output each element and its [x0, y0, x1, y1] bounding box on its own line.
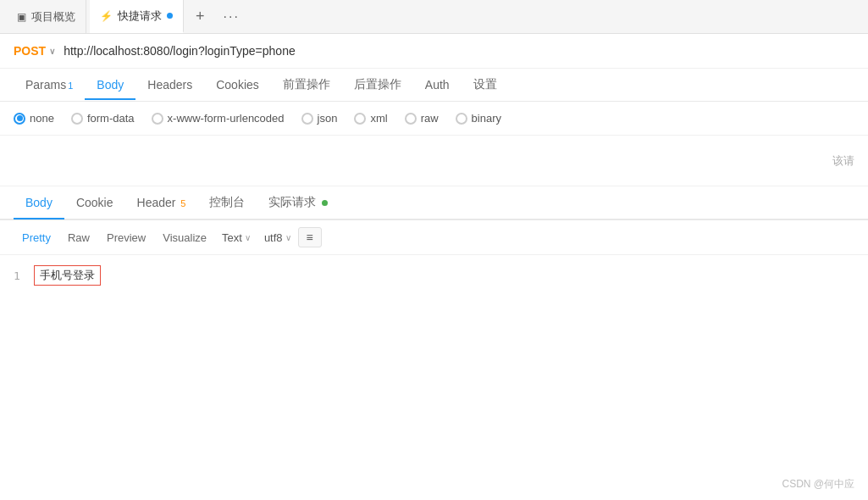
tab-pre-action[interactable]: 前置操作 — [271, 69, 342, 101]
tab-project-label: 项目概览 — [31, 9, 75, 25]
body-type-options: none form-data x-www-form-urlencoded jso… — [0, 102, 868, 136]
radio-xml[interactable]: xml — [354, 112, 387, 125]
resp-tab-actual-request[interactable]: 实际请求 — [257, 186, 340, 219]
text-format-arrow-icon: ∨ — [245, 233, 251, 242]
radio-xml-label: xml — [370, 112, 387, 125]
tab-more-button[interactable]: ··· — [217, 0, 246, 33]
radio-json-circle — [301, 113, 313, 125]
url-input[interactable] — [64, 44, 854, 58]
tab-add-button[interactable]: + — [187, 0, 213, 33]
radio-binary-circle — [456, 113, 467, 125]
encoding-select[interactable]: utf8 ∨ — [257, 228, 298, 247]
radio-json-label: json — [318, 112, 338, 125]
resp-header-badge: 5 — [180, 198, 185, 208]
empty-hint-text: 该请 — [832, 153, 854, 169]
tab-params[interactable]: Params1 — [14, 69, 85, 100]
wrap-button[interactable]: ≡ — [298, 227, 322, 247]
wrap-icon: ≡ — [306, 231, 312, 244]
quick-request-icon: ⚡ — [100, 10, 113, 22]
subtab-visualize[interactable]: Visualize — [154, 228, 215, 247]
radio-xml-circle — [354, 113, 366, 125]
response-nav-tabs: Body Cookie Header 5 控制台 实际请求 — [0, 186, 868, 220]
radio-none-label: none — [30, 112, 54, 125]
radio-raw-circle — [405, 113, 417, 125]
response-section: Body Cookie Header 5 控制台 实际请求 Pretty Raw… — [0, 186, 868, 306]
tab-quick-label: 快捷请求 — [118, 8, 162, 24]
radio-form-data[interactable]: form-data — [71, 112, 135, 125]
tab-post-action[interactable]: 后置操作 — [342, 69, 413, 101]
radio-urlencoded-circle — [152, 113, 163, 125]
radio-none[interactable]: none — [14, 112, 54, 125]
text-format-label: Text — [222, 231, 242, 244]
resp-tab-console[interactable]: 控制台 — [197, 186, 257, 219]
radio-binary-label: binary — [472, 112, 501, 125]
tab-bar: ▣ 项目概览 ⚡ 快捷请求 + ··· — [0, 0, 868, 34]
tab-active-dot — [167, 13, 173, 19]
line-number: 1 — [14, 269, 20, 282]
radio-raw-label: raw — [421, 112, 439, 125]
response-subtabs: Pretty Raw Preview Visualize Text ∨ utf8… — [0, 220, 868, 255]
method-label: POST — [14, 44, 46, 58]
method-arrow-icon: ∨ — [49, 47, 55, 56]
tab-settings[interactable]: 设置 — [462, 69, 509, 101]
encoding-arrow-icon: ∨ — [285, 233, 291, 242]
resp-tab-body[interactable]: Body — [14, 187, 64, 218]
text-format-select[interactable]: Text ∨ — [215, 228, 257, 247]
tab-body[interactable]: Body — [85, 69, 135, 100]
method-selector[interactable]: POST ∨ — [14, 44, 55, 58]
radio-form-data-label: form-data — [87, 112, 135, 125]
resp-tab-cookie[interactable]: Cookie — [64, 187, 125, 218]
subtab-preview[interactable]: Preview — [98, 228, 154, 247]
tab-headers[interactable]: Headers — [135, 69, 204, 100]
resp-dot-indicator — [322, 200, 328, 206]
request-nav-tabs: Params1 Body Headers Cookies 前置操作 后置操作 A… — [0, 69, 868, 102]
encoding-label: utf8 — [264, 231, 283, 244]
tab-cookies[interactable]: Cookies — [204, 69, 271, 100]
radio-raw[interactable]: raw — [405, 112, 439, 125]
radio-json[interactable]: json — [301, 112, 338, 125]
tab-auth[interactable]: Auth — [413, 69, 462, 100]
subtab-pretty[interactable]: Pretty — [14, 228, 59, 247]
radio-form-data-circle — [71, 113, 83, 125]
tab-quick-request[interactable]: ⚡ 快捷请求 — [90, 0, 184, 33]
empty-content-area: 该请 — [0, 136, 868, 186]
resp-tab-header[interactable]: Header 5 — [125, 187, 198, 218]
response-line-1: 1 手机号登录 — [14, 264, 854, 287]
radio-urlencoded-label: x-www-form-urlencoded — [168, 112, 285, 125]
tab-project-overview[interactable]: ▣ 项目概览 — [7, 0, 86, 33]
response-value[interactable]: 手机号登录 — [34, 265, 101, 286]
radio-none-circle — [14, 113, 25, 125]
project-overview-icon: ▣ — [17, 11, 26, 23]
radio-urlencoded[interactable]: x-www-form-urlencoded — [152, 112, 285, 125]
radio-binary[interactable]: binary — [456, 112, 501, 125]
response-content: 1 手机号登录 — [0, 255, 868, 306]
subtab-raw[interactable]: Raw — [59, 228, 98, 247]
url-bar: POST ∨ — [0, 34, 868, 69]
